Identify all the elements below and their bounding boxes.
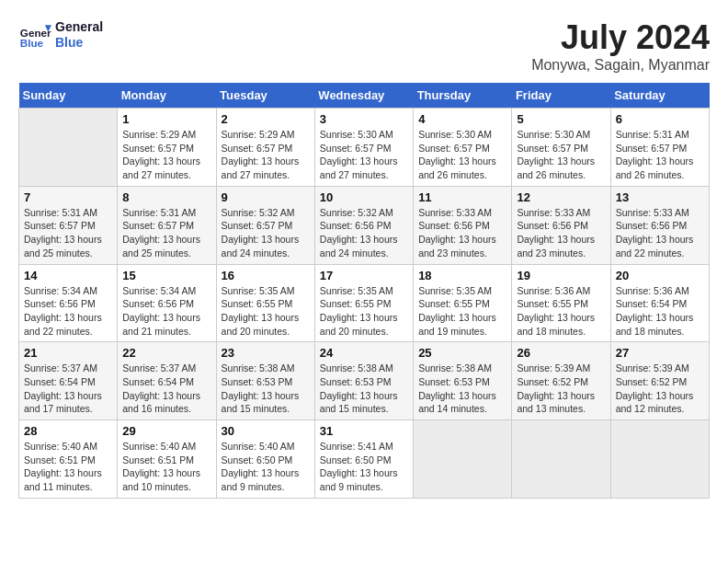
day-number: 13 [616,190,704,204]
day-info: Sunrise: 5:35 AM Sunset: 6:55 PM Dayligh… [222,284,310,339]
weekday-header: Thursday [414,83,512,109]
day-number: 24 [320,346,408,360]
calendar-cell: 3Sunrise: 5:30 AM Sunset: 6:57 PM Daylig… [314,109,413,187]
day-info: Sunrise: 5:30 AM Sunset: 6:57 PM Dayligh… [320,128,408,182]
day-number: 2 [222,112,310,126]
logo-subtext: Blue [55,35,103,51]
day-number: 29 [122,424,210,438]
calendar-cell: 21Sunrise: 5:37 AM Sunset: 6:54 PM Dayli… [19,342,118,420]
day-number: 19 [517,269,605,282]
day-info: Sunrise: 5:31 AM Sunset: 6:57 PM Dayligh… [24,206,112,260]
calendar-cell: 25Sunrise: 5:38 AM Sunset: 6:53 PM Dayli… [414,342,512,420]
day-info: Sunrise: 5:38 AM Sunset: 6:53 PM Dayligh… [418,362,506,416]
day-info: Sunrise: 5:33 AM Sunset: 6:56 PM Dayligh… [616,206,704,260]
day-info: Sunrise: 5:32 AM Sunset: 6:56 PM Dayligh… [320,206,408,260]
calendar-cell: 27Sunrise: 5:39 AM Sunset: 6:52 PM Dayli… [610,342,709,420]
day-number: 27 [616,346,704,360]
calendar-cell: 16Sunrise: 5:35 AM Sunset: 6:55 PM Dayli… [216,264,314,342]
day-number: 28 [24,424,112,438]
day-info: Sunrise: 5:38 AM Sunset: 6:53 PM Dayligh… [222,362,310,416]
calendar-cell: 4Sunrise: 5:30 AM Sunset: 6:57 PM Daylig… [414,109,512,187]
calendar-cell: 7Sunrise: 5:31 AM Sunset: 6:57 PM Daylig… [19,186,118,264]
weekday-header: Friday [512,83,610,109]
logo: General Blue General Blue [18,18,103,52]
day-info: Sunrise: 5:40 AM Sunset: 6:50 PM Dayligh… [222,440,310,494]
day-number: 11 [418,190,506,204]
weekday-header: Sunday [19,83,118,109]
weekday-header: Monday [118,83,216,109]
calendar-cell [19,109,118,187]
day-number: 10 [320,190,408,204]
day-number: 21 [24,346,112,360]
weekday-header: Tuesday [216,83,314,109]
day-info: Sunrise: 5:32 AM Sunset: 6:57 PM Dayligh… [222,206,310,260]
logo-text: General [55,19,103,35]
calendar-cell [512,420,610,499]
day-info: Sunrise: 5:38 AM Sunset: 6:53 PM Dayligh… [320,362,408,416]
day-info: Sunrise: 5:29 AM Sunset: 6:57 PM Dayligh… [122,128,210,182]
day-number: 31 [320,424,408,438]
day-number: 15 [122,269,210,282]
day-info: Sunrise: 5:35 AM Sunset: 6:55 PM Dayligh… [418,284,506,339]
page-header: General Blue General Blue July 2024 Mony… [18,18,710,74]
day-info: Sunrise: 5:30 AM Sunset: 6:57 PM Dayligh… [418,128,506,182]
day-number: 18 [418,269,506,282]
day-info: Sunrise: 5:39 AM Sunset: 6:52 PM Dayligh… [517,362,605,416]
day-number: 17 [320,269,408,282]
day-info: Sunrise: 5:34 AM Sunset: 6:56 PM Dayligh… [122,284,210,339]
calendar-cell: 15Sunrise: 5:34 AM Sunset: 6:56 PM Dayli… [118,264,216,342]
calendar-cell: 18Sunrise: 5:35 AM Sunset: 6:55 PM Dayli… [414,264,512,342]
day-info: Sunrise: 5:31 AM Sunset: 6:57 PM Dayligh… [122,206,210,260]
calendar-cell: 2Sunrise: 5:29 AM Sunset: 6:57 PM Daylig… [216,109,314,187]
calendar-cell: 13Sunrise: 5:33 AM Sunset: 6:56 PM Dayli… [610,186,709,264]
day-info: Sunrise: 5:29 AM Sunset: 6:57 PM Dayligh… [222,128,310,182]
calendar-cell: 10Sunrise: 5:32 AM Sunset: 6:56 PM Dayli… [314,186,413,264]
calendar-table: SundayMondayTuesdayWednesdayThursdayFrid… [18,83,710,499]
day-number: 25 [418,346,506,360]
day-number: 12 [517,190,605,204]
calendar-cell: 28Sunrise: 5:40 AM Sunset: 6:51 PM Dayli… [19,420,118,499]
weekday-header: Wednesday [314,83,413,109]
day-number: 5 [517,112,605,126]
calendar-cell: 30Sunrise: 5:40 AM Sunset: 6:50 PM Dayli… [216,420,314,499]
month-year: July 2024 [531,18,710,57]
day-number: 1 [122,112,210,126]
day-number: 3 [320,112,408,126]
day-info: Sunrise: 5:37 AM Sunset: 6:54 PM Dayligh… [122,362,210,416]
day-info: Sunrise: 5:30 AM Sunset: 6:57 PM Dayligh… [517,128,605,182]
day-number: 4 [418,112,506,126]
calendar-cell: 11Sunrise: 5:33 AM Sunset: 6:56 PM Dayli… [414,186,512,264]
day-info: Sunrise: 5:36 AM Sunset: 6:55 PM Dayligh… [517,284,605,339]
day-info: Sunrise: 5:34 AM Sunset: 6:56 PM Dayligh… [24,284,112,339]
day-number: 30 [222,424,310,438]
calendar-cell: 23Sunrise: 5:38 AM Sunset: 6:53 PM Dayli… [216,342,314,420]
weekday-header: Saturday [610,83,709,109]
calendar-cell: 19Sunrise: 5:36 AM Sunset: 6:55 PM Dayli… [512,264,610,342]
calendar-cell: 20Sunrise: 5:36 AM Sunset: 6:54 PM Dayli… [610,264,709,342]
calendar-cell: 17Sunrise: 5:35 AM Sunset: 6:55 PM Dayli… [314,264,413,342]
calendar-cell: 9Sunrise: 5:32 AM Sunset: 6:57 PM Daylig… [216,186,314,264]
calendar-cell [414,420,512,499]
day-number: 6 [616,112,704,126]
day-info: Sunrise: 5:40 AM Sunset: 6:51 PM Dayligh… [24,440,112,494]
logo-icon: General Blue [18,18,51,52]
day-info: Sunrise: 5:36 AM Sunset: 6:54 PM Dayligh… [616,284,704,339]
day-info: Sunrise: 5:31 AM Sunset: 6:57 PM Dayligh… [616,128,704,182]
day-number: 26 [517,346,605,360]
day-info: Sunrise: 5:33 AM Sunset: 6:56 PM Dayligh… [517,206,605,260]
day-number: 14 [24,269,112,282]
day-info: Sunrise: 5:33 AM Sunset: 6:56 PM Dayligh… [418,206,506,260]
day-number: 20 [616,269,704,282]
calendar-header: SundayMondayTuesdayWednesdayThursdayFrid… [19,83,710,109]
calendar-cell: 5Sunrise: 5:30 AM Sunset: 6:57 PM Daylig… [512,109,610,187]
day-number: 7 [24,190,112,204]
day-info: Sunrise: 5:41 AM Sunset: 6:50 PM Dayligh… [320,440,408,494]
calendar-cell: 14Sunrise: 5:34 AM Sunset: 6:56 PM Dayli… [19,264,118,342]
calendar-cell: 24Sunrise: 5:38 AM Sunset: 6:53 PM Dayli… [314,342,413,420]
calendar-cell: 6Sunrise: 5:31 AM Sunset: 6:57 PM Daylig… [610,109,709,187]
day-number: 16 [222,269,310,282]
calendar-cell: 12Sunrise: 5:33 AM Sunset: 6:56 PM Dayli… [512,186,610,264]
svg-text:Blue: Blue [20,37,44,49]
day-info: Sunrise: 5:39 AM Sunset: 6:52 PM Dayligh… [616,362,704,416]
calendar-cell: 22Sunrise: 5:37 AM Sunset: 6:54 PM Dayli… [118,342,216,420]
